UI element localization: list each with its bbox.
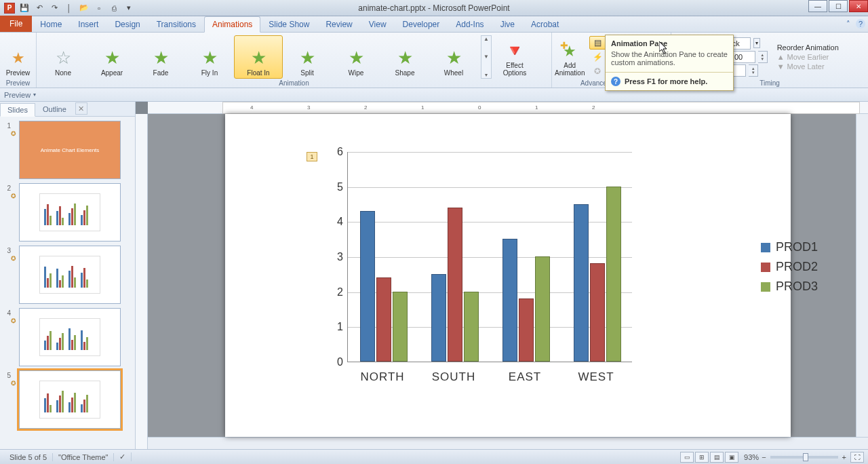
editor-area: 4321012 1 PROD1PROD2PROD3 0123456NORTHSO… bbox=[136, 102, 868, 449]
slide-thumbnail-5[interactable]: 5✪ bbox=[1, 370, 132, 429]
preview-button[interactable]: ★ Preview bbox=[2, 35, 34, 79]
tab-review[interactable]: Review bbox=[317, 16, 360, 32]
spellcheck-icon[interactable]: ✓ bbox=[114, 452, 132, 461]
slideshow-view-button[interactable]: ▣ bbox=[725, 452, 738, 463]
outline-tab[interactable]: Outline bbox=[35, 102, 74, 116]
bar-east-prod3 bbox=[535, 256, 550, 362]
animation-float-in[interactable]: ★Float In bbox=[234, 35, 283, 79]
chevron-down-icon[interactable]: ▾ bbox=[753, 38, 760, 48]
anim-label: None bbox=[55, 69, 71, 77]
sorter-view-button[interactable]: ⊞ bbox=[695, 452, 709, 463]
tab-home[interactable]: Home bbox=[32, 16, 70, 32]
tab-animations[interactable]: Animations bbox=[204, 16, 260, 33]
trigger-icon: ⚡ bbox=[593, 52, 602, 62]
slides-tab[interactable]: Slides bbox=[0, 103, 35, 117]
animation-order-tag[interactable]: 1 bbox=[307, 152, 317, 161]
animation-wheel[interactable]: ★Wheel bbox=[429, 35, 478, 79]
tab-addins[interactable]: Add-Ins bbox=[448, 16, 492, 32]
powerpoint-icon: P bbox=[4, 3, 15, 14]
anim-label: Fly In bbox=[201, 69, 218, 77]
close-button[interactable]: ✕ bbox=[849, 0, 868, 12]
tab-developer[interactable]: Developer bbox=[395, 16, 448, 32]
bar-east-prod2 bbox=[519, 298, 534, 362]
horizontal-scrollbar[interactable] bbox=[148, 437, 868, 449]
legend-prod2: PROD2 bbox=[761, 260, 818, 274]
zoom-out-button[interactable]: − bbox=[762, 453, 766, 461]
slide-thumbnail-1[interactable]: 1✪Animate Chart Elements bbox=[1, 121, 132, 179]
slide-thumbnail-3[interactable]: 3✪ bbox=[1, 246, 132, 304]
preview-label: Preview bbox=[6, 69, 31, 77]
status-bar: Slide 5 of 5 "Office Theme" ✓ ▭ ⊞ ▤ ▣ 93… bbox=[0, 449, 868, 464]
tab-insert[interactable]: Insert bbox=[70, 16, 106, 32]
minimize-ribbon-icon[interactable]: ˄ bbox=[844, 19, 853, 28]
star-icon: ★ bbox=[347, 49, 366, 68]
bar-west-prod1 bbox=[574, 204, 589, 362]
bar-west-prod2 bbox=[590, 263, 605, 362]
animation-none[interactable]: ☆None bbox=[39, 35, 87, 79]
slide-thumbnail-4[interactable]: 4✪ bbox=[1, 308, 132, 366]
effect-options-button[interactable]: 🔻 Effect Options bbox=[496, 35, 534, 79]
group-label-preview: Preview bbox=[2, 79, 34, 88]
animation-appear[interactable]: ★Appear bbox=[87, 35, 136, 79]
add-animation-button[interactable]: ★✚ Add Animation bbox=[554, 35, 585, 79]
slide-canvas-area[interactable]: 1 PROD1PROD2PROD3 0123456NORTHSOUTHEASTW… bbox=[148, 114, 868, 437]
tab-jive[interactable]: Jive bbox=[492, 16, 523, 32]
quick-access-toolbar: P 💾 ↶ ↷ │ 📂 ▫ ⎙ ▾ bbox=[0, 3, 134, 14]
zoom-slider[interactable] bbox=[770, 456, 838, 459]
vertical-scrollbar[interactable] bbox=[856, 114, 868, 437]
animation-fly-in[interactable]: ★Fly In bbox=[185, 35, 234, 79]
new-icon[interactable]: ▫ bbox=[94, 3, 104, 14]
effect-options-icon: 🔻 bbox=[505, 41, 524, 60]
tooltip-title: Animation Pane bbox=[606, 35, 733, 50]
zoom-in-button[interactable]: + bbox=[842, 453, 846, 461]
close-panel-button[interactable]: ✕ bbox=[75, 102, 87, 115]
animation-wipe[interactable]: ★Wipe bbox=[332, 35, 380, 79]
redo-icon[interactable]: ↷ bbox=[49, 3, 60, 14]
normal-view-button[interactable]: ▭ bbox=[680, 452, 694, 463]
chart-legend: PROD1PROD2PROD3 bbox=[761, 240, 818, 299]
panel-tabs: Slides Outline ✕ bbox=[0, 102, 135, 117]
chart-object[interactable]: PROD1PROD2PROD3 0123456NORTHSOUTHEASTWES… bbox=[323, 152, 736, 396]
minimize-button[interactable]: — bbox=[808, 0, 827, 12]
tab-view[interactable]: View bbox=[361, 16, 395, 32]
print-icon[interactable]: ⎙ bbox=[108, 3, 119, 14]
anim-label: Wheel bbox=[444, 69, 463, 77]
bar-north-prod1 bbox=[360, 211, 375, 362]
slides-panel: Slides Outline ✕ 1✪Animate Chart Element… bbox=[0, 102, 136, 449]
gallery-scroll[interactable]: ▲▼▾ bbox=[481, 35, 492, 79]
status-theme: "Office Theme" bbox=[53, 453, 114, 461]
open-icon[interactable]: 📂 bbox=[79, 3, 90, 14]
duration-spinner[interactable]: ▲▼ bbox=[758, 51, 768, 63]
tooltip-help-text: Press F1 for more help. bbox=[625, 77, 707, 85]
group-label-animation: Animation bbox=[39, 79, 549, 88]
animation-shape[interactable]: ★Shape bbox=[380, 35, 429, 79]
star-icon: ★ bbox=[395, 49, 414, 68]
animation-fade[interactable]: ★Fade bbox=[136, 35, 185, 79]
help-icon[interactable]: ? bbox=[856, 19, 865, 28]
up-arrow-icon: ▲ bbox=[777, 53, 785, 61]
add-animation-icon: ★✚ bbox=[563, 43, 576, 60]
preview-dropdown-row[interactable]: Preview ▾ bbox=[0, 88, 868, 102]
reading-view-button[interactable]: ▤ bbox=[710, 452, 724, 463]
delay-spinner[interactable]: ▲▼ bbox=[749, 64, 758, 77]
bar-north-prod3 bbox=[393, 292, 408, 362]
title-bar: P 💾 ↶ ↷ │ 📂 ▫ ⎙ ▾ animate-chart.pptx - M… bbox=[0, 0, 868, 16]
window-title: animate-chart.pptx - Microsoft PowerPoin… bbox=[358, 3, 509, 13]
move-earlier-button: ▲Move Earlier bbox=[777, 53, 839, 61]
animation-split[interactable]: ★Split bbox=[283, 35, 332, 79]
undo-icon[interactable]: ↶ bbox=[34, 3, 45, 14]
animation-painter-icon: ✪ bbox=[593, 66, 602, 76]
group-animation: ☆None★Appear★Fade★Fly In★Float In★Split★… bbox=[37, 33, 552, 88]
fit-to-window-button[interactable]: ⛶ bbox=[850, 452, 864, 463]
tab-slideshow[interactable]: Slide Show bbox=[260, 16, 317, 32]
qat-customize-icon[interactable]: ▾ bbox=[123, 3, 134, 14]
file-tab[interactable]: File bbox=[0, 16, 32, 32]
tab-acrobat[interactable]: Acrobat bbox=[523, 16, 567, 32]
window-controls: — ☐ ✕ bbox=[807, 0, 868, 12]
maximize-button[interactable]: ☐ bbox=[829, 0, 848, 12]
tab-design[interactable]: Design bbox=[106, 16, 148, 32]
save-icon[interactable]: 💾 bbox=[19, 3, 30, 14]
tab-transitions[interactable]: Transitions bbox=[149, 16, 204, 32]
slide-thumbnail-2[interactable]: 2✪ bbox=[1, 183, 132, 241]
slide-canvas[interactable]: 1 PROD1PROD2PROD3 0123456NORTHSOUTHEASTW… bbox=[225, 114, 791, 437]
